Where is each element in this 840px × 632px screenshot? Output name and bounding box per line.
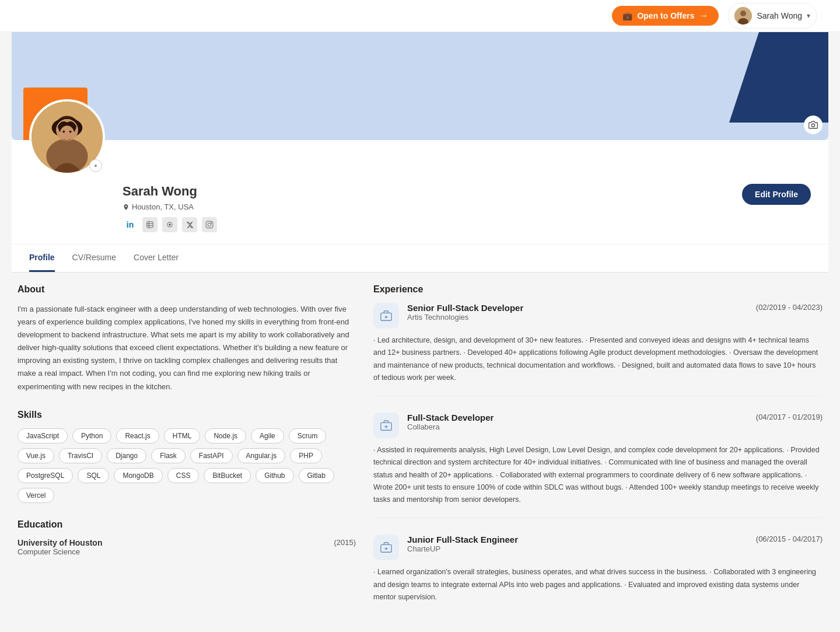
experience-entry: Full-Stack Developer Collabera (04/2017 …	[373, 413, 822, 518]
skill-tag: FastAPI	[190, 448, 233, 463]
edit-profile-button[interactable]: Edit Profile	[742, 184, 811, 205]
exp-company-icon	[373, 535, 399, 560]
skill-tag: Agile	[251, 428, 284, 444]
svg-rect-14	[147, 222, 153, 228]
svg-point-13	[95, 165, 97, 167]
exp-dates: (06/2015 - 04/2017)	[756, 535, 822, 543]
experience-entry: Senior Full-Stack Developer Artis Techno…	[373, 303, 822, 396]
profile-info: Sarah Wong Houston, TX, USA in	[29, 140, 811, 232]
skills-section: Skills JavaScriptPythonReact.jsHTMLNode.…	[18, 410, 356, 503]
skill-tag: Gitlab	[299, 468, 334, 483]
exp-job-title: Senior Full-Stack Developer	[407, 303, 748, 313]
skill-tag: Flask	[151, 448, 186, 463]
skill-tag: Vercel	[18, 488, 54, 503]
skill-tag: React.js	[116, 428, 159, 444]
profile-banner	[12, 32, 828, 140]
profile-name: Sarah Wong	[123, 184, 217, 199]
exp-company: Artis Technologies	[407, 313, 748, 322]
main-content: About I'm a passionate full-stack engine…	[12, 284, 828, 620]
exp-company: Collabera	[407, 423, 748, 431]
about-section: About I'm a passionate full-stack engine…	[18, 284, 356, 393]
user-menu[interactable]: Sarah Wong ▾	[728, 3, 817, 29]
skill-tag: PHP	[290, 448, 322, 463]
skill-tag: Vue.js	[18, 448, 54, 463]
about-text: I'm a passionate full-stack engineer wit…	[18, 303, 356, 393]
chevron-down-icon: ▾	[807, 12, 810, 20]
profile-details: Sarah Wong Houston, TX, USA in	[123, 184, 217, 232]
instagram-icon[interactable]	[202, 217, 217, 232]
exp-dates: (04/2017 - 01/2019)	[756, 413, 822, 421]
education-entry: University of Houston Computer Science (…	[18, 538, 356, 556]
social-icons: in	[123, 217, 217, 232]
profile-section: Sarah Wong Houston, TX, USA in	[12, 140, 828, 245]
skill-tag: Django	[107, 448, 146, 463]
twitter-icon[interactable]	[182, 217, 197, 232]
behance-icon[interactable]	[162, 217, 177, 232]
education-list: University of Houston Computer Science (…	[18, 538, 356, 556]
skill-tag: CSS	[167, 468, 200, 483]
skills-title: Skills	[18, 410, 356, 420]
svg-point-22	[211, 222, 212, 223]
skill-tag: BitBucket	[204, 468, 251, 483]
experience-section: Experience Senior Full-Stack Developer A…	[373, 284, 822, 603]
user-name-nav: Sarah Wong	[757, 11, 802, 20]
skill-tag: Github	[256, 468, 293, 483]
arrow-icon: →	[699, 11, 708, 21]
right-panel: Experience Senior Full-Stack Developer A…	[373, 284, 822, 620]
skill-tag: Node.js	[205, 428, 246, 444]
experience-title: Experience	[373, 284, 822, 295]
skills-list: JavaScriptPythonReact.jsHTMLNode.jsAgile…	[18, 428, 356, 503]
exp-job-title: Full-Stack Developer	[407, 413, 748, 423]
left-panel: About I'm a passionate full-stack engine…	[18, 284, 356, 620]
svg-point-10	[60, 125, 74, 141]
skill-tag: HTML	[164, 428, 201, 444]
location-text: Houston, TX, USA	[132, 202, 194, 211]
edu-year: (2015)	[334, 538, 356, 547]
profile-location: Houston, TX, USA	[123, 202, 217, 211]
svg-point-19	[169, 224, 171, 226]
svg-rect-20	[206, 221, 213, 228]
banner-camera-icon[interactable]	[804, 116, 822, 134]
skill-tag: TravisCI	[59, 448, 102, 463]
edu-degree: Computer Science	[18, 547, 102, 556]
exp-description: · Assisted in requirements analysis, Hig…	[373, 444, 822, 506]
experience-list: Senior Full-Stack Developer Artis Techno…	[373, 303, 822, 603]
tab-profile[interactable]: Profile	[29, 245, 55, 272]
exp-dates: (02/2019 - 04/2023)	[756, 303, 822, 312]
svg-point-3	[811, 124, 814, 127]
exp-company-icon	[373, 413, 399, 438]
avatar-edit-icon[interactable]	[89, 159, 102, 172]
edu-school: University of Houston	[18, 538, 102, 547]
exp-company-icon	[373, 303, 399, 329]
education-title: Education	[18, 519, 356, 530]
avatar-wrapper	[29, 99, 105, 175]
user-avatar-small	[734, 7, 752, 25]
svg-point-12	[69, 131, 72, 133]
skill-tag: SQL	[78, 468, 109, 483]
dribbble-icon[interactable]	[142, 217, 158, 232]
dark-shape	[729, 32, 828, 123]
briefcase-icon: 💼	[622, 11, 632, 20]
skill-tag: MongoDB	[114, 468, 162, 483]
location-icon	[123, 204, 130, 211]
skill-tag: Angular.js	[237, 448, 286, 463]
linkedin-icon[interactable]: in	[123, 217, 138, 232]
skill-tag: Scrum	[289, 428, 327, 444]
open-to-offers-button[interactable]: 💼 Open to Offers →	[612, 6, 719, 26]
svg-point-11	[62, 131, 65, 133]
exp-company: CharteUP	[407, 544, 748, 553]
tab-cv-resume[interactable]: CV/Resume	[72, 245, 116, 272]
education-section: Education University of Houston Computer…	[18, 519, 356, 556]
experience-entry: Junior Full-Stack Engineer CharteUP (06/…	[373, 535, 822, 603]
exp-job-title: Junior Full-Stack Engineer	[407, 535, 748, 544]
svg-point-1	[740, 11, 746, 16]
exp-description: · Led architecture, design, and developm…	[373, 334, 822, 384]
tabs-container: Profile CV/Resume Cover Letter	[12, 245, 828, 273]
about-title: About	[18, 284, 356, 295]
open-to-offers-label: Open to Offers	[637, 11, 694, 20]
tab-cover-letter[interactable]: Cover Letter	[134, 245, 178, 272]
skill-tag: PostgreSQL	[18, 468, 73, 483]
skill-tag: Python	[72, 428, 111, 444]
top-navigation: 💼 Open to Offers → Sarah Wong ▾	[0, 0, 840, 32]
skill-tag: JavaScript	[18, 428, 68, 444]
